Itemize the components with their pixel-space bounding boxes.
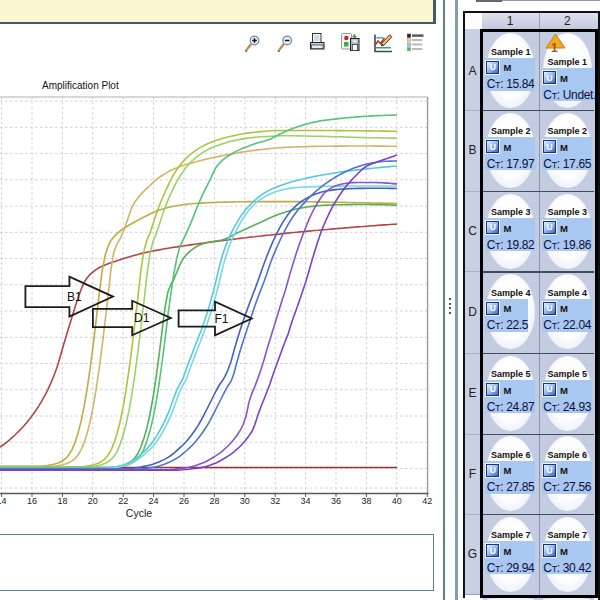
svg-text:24: 24 bbox=[149, 496, 159, 506]
svg-text:42: 42 bbox=[422, 496, 432, 506]
svg-text:1: 1 bbox=[551, 41, 558, 55]
svg-text:20: 20 bbox=[88, 496, 98, 506]
svg-text:14: 14 bbox=[0, 496, 7, 506]
svg-text:D1: D1 bbox=[134, 311, 150, 325]
svg-text:B1: B1 bbox=[67, 290, 82, 304]
svg-text:18: 18 bbox=[57, 496, 67, 506]
svg-text:36: 36 bbox=[331, 496, 341, 506]
svg-text:30: 30 bbox=[240, 496, 250, 506]
svg-text:16: 16 bbox=[27, 496, 37, 506]
svg-text:32: 32 bbox=[270, 496, 280, 506]
svg-text:40: 40 bbox=[392, 496, 402, 506]
svg-text:28: 28 bbox=[209, 496, 219, 506]
svg-text:38: 38 bbox=[361, 496, 371, 506]
svg-text:26: 26 bbox=[179, 496, 189, 506]
svg-text:34: 34 bbox=[301, 496, 311, 506]
svg-text:F1: F1 bbox=[215, 312, 229, 326]
svg-text:22: 22 bbox=[118, 496, 128, 506]
svg-text:Cycle: Cycle bbox=[126, 507, 152, 519]
